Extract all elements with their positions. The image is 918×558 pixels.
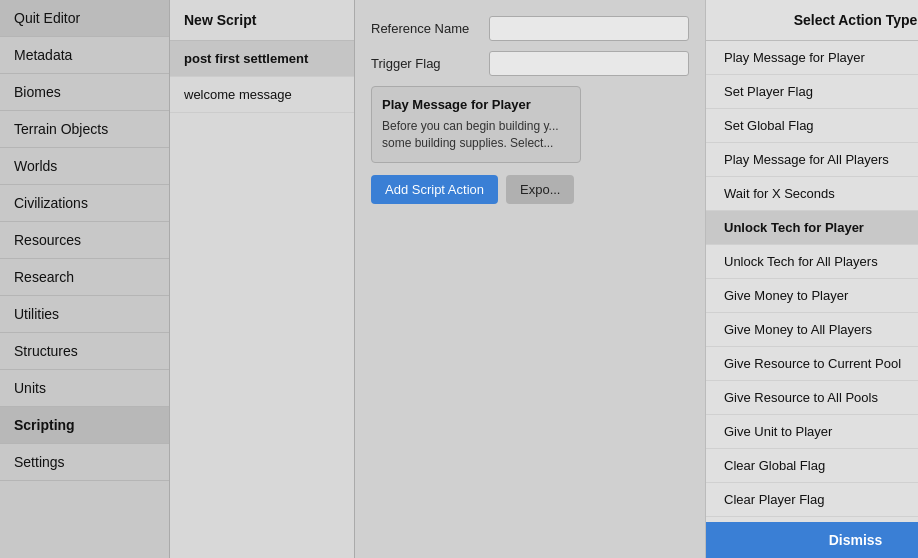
action-type-list: Play Message for PlayerSet Player FlagSe… bbox=[706, 41, 918, 522]
action-type-item[interactable]: Give Money to All Players bbox=[706, 313, 918, 347]
reference-name-input[interactable] bbox=[489, 16, 689, 41]
action-type-item[interactable]: Play Message for Player bbox=[706, 41, 918, 75]
sidebar-item-structures[interactable]: Structures bbox=[0, 333, 169, 370]
action-type-item[interactable]: Set Player Flag bbox=[706, 75, 918, 109]
action-type-item[interactable]: Play Message for All Players bbox=[706, 143, 918, 177]
action-box: Play Message for Player Before you can b… bbox=[371, 86, 581, 163]
action-type-item[interactable]: Give Unit to Player bbox=[706, 415, 918, 449]
sidebar-item-settings[interactable]: Settings bbox=[0, 444, 169, 481]
scripts-panel: New Script post first settlementwelcome … bbox=[170, 0, 355, 558]
dismiss-button[interactable]: Dismiss bbox=[706, 522, 918, 558]
reference-name-row: Reference Name bbox=[371, 16, 689, 41]
sidebar-item-resources[interactable]: Resources bbox=[0, 222, 169, 259]
action-type-item[interactable]: Give Resource to All Pools bbox=[706, 381, 918, 415]
sidebar-item-units[interactable]: Units bbox=[0, 370, 169, 407]
main-content: Reference Name Trigger Flag Play Message… bbox=[355, 0, 705, 558]
add-script-action-button[interactable]: Add Script Action bbox=[371, 175, 498, 204]
action-type-item[interactable]: Give Money to Player bbox=[706, 279, 918, 313]
sidebar-item-metadata[interactable]: Metadata bbox=[0, 37, 169, 74]
action-type-item[interactable]: Unlock Tech for All Players bbox=[706, 245, 918, 279]
action-buttons: Add Script Action Expo... bbox=[371, 175, 689, 204]
action-type-item[interactable]: Set Global Flag bbox=[706, 109, 918, 143]
script-item[interactable]: post first settlement bbox=[170, 41, 354, 77]
sidebar-item-quit-editor[interactable]: Quit Editor bbox=[0, 0, 169, 37]
sidebar-item-utilities[interactable]: Utilities bbox=[0, 296, 169, 333]
scripts-panel-title: New Script bbox=[170, 0, 354, 41]
sidebar-item-terrain-objects[interactable]: Terrain Objects bbox=[0, 111, 169, 148]
action-type-panel: Select Action Type Play Message for Play… bbox=[705, 0, 918, 558]
action-box-text: Before you can begin building y... some … bbox=[382, 118, 570, 152]
script-item[interactable]: welcome message bbox=[170, 77, 354, 113]
action-type-header: Select Action Type bbox=[706, 0, 918, 41]
sidebar-item-scripting[interactable]: Scripting bbox=[0, 407, 169, 444]
trigger-flag-input[interactable] bbox=[489, 51, 689, 76]
sidebar-item-research[interactable]: Research bbox=[0, 259, 169, 296]
action-type-item[interactable]: Clear Player Flag bbox=[706, 483, 918, 517]
trigger-flag-row: Trigger Flag bbox=[371, 51, 689, 76]
action-type-item[interactable]: Clear Global Flag bbox=[706, 449, 918, 483]
export-button[interactable]: Expo... bbox=[506, 175, 574, 204]
reference-name-label: Reference Name bbox=[371, 21, 481, 36]
action-box-title: Play Message for Player bbox=[382, 97, 570, 112]
sidebar-item-civilizations[interactable]: Civilizations bbox=[0, 185, 169, 222]
sidebar: Quit EditorMetadataBiomesTerrain Objects… bbox=[0, 0, 170, 558]
action-type-item[interactable]: Wait for X Seconds bbox=[706, 177, 918, 211]
action-type-item[interactable]: Unlock Tech for Player bbox=[706, 211, 918, 245]
trigger-flag-label: Trigger Flag bbox=[371, 56, 481, 71]
sidebar-item-biomes[interactable]: Biomes bbox=[0, 74, 169, 111]
sidebar-item-worlds[interactable]: Worlds bbox=[0, 148, 169, 185]
action-type-item[interactable]: Give Resource to Current Pool bbox=[706, 347, 918, 381]
